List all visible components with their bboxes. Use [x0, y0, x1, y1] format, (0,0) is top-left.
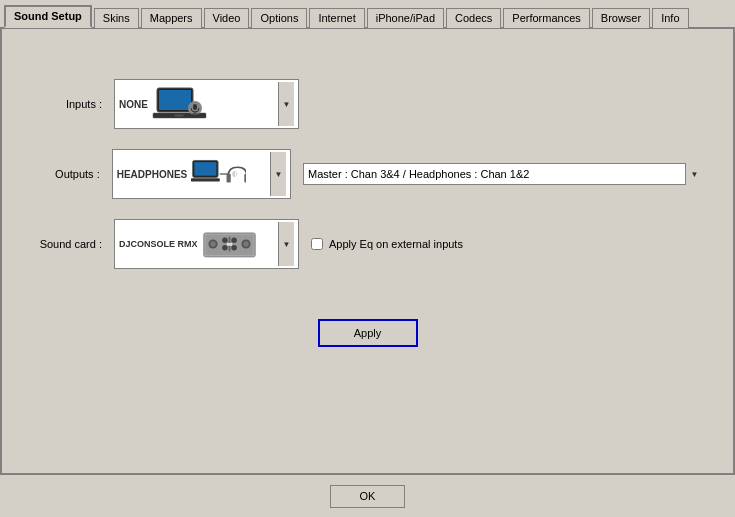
svg-rect-1: [159, 90, 191, 110]
soundcard-value: DJCONSOLE RMX: [119, 239, 198, 250]
channel-select[interactable]: Master : Chan 3&4 / Headphones : Chan 1&…: [303, 163, 703, 185]
svg-point-24: [243, 241, 249, 247]
soundcard-label: Sound card :: [32, 238, 102, 250]
svg-rect-26: [226, 243, 232, 246]
outputs-dropdown-inner: HEADPHONES: [117, 154, 270, 194]
outputs-value: HEADPHONES: [117, 169, 188, 180]
svg-rect-13: [245, 174, 247, 182]
ok-button[interactable]: OK: [330, 485, 405, 508]
svg-rect-5: [193, 104, 197, 110]
laptop-icon: [152, 84, 207, 124]
bottom-bar: OK: [0, 475, 735, 517]
djconsole-icon: [202, 224, 257, 264]
tab-browser[interactable]: Browser: [592, 8, 650, 28]
apply-button-row: Apply: [32, 319, 703, 347]
tab-codecs[interactable]: Codecs: [446, 8, 501, 28]
channel-select-wrapper: Master : Chan 3&4 / Headphones : Chan 1&…: [303, 163, 703, 185]
eq-checkbox[interactable]: [311, 238, 323, 250]
apply-button[interactable]: Apply: [318, 319, 418, 347]
svg-rect-10: [191, 178, 220, 181]
soundcard-row: Sound card : DJCONSOLE RMX: [32, 219, 703, 269]
headphones-laptop-icon: [191, 154, 246, 194]
svg-point-22: [231, 245, 237, 251]
soundcard-dropdown-arrow[interactable]: [278, 222, 294, 266]
soundcard-dropdown[interactable]: DJCONSOLE RMX: [114, 219, 299, 269]
outputs-dropdown[interactable]: HEADPHONES: [112, 149, 291, 199]
outputs-dropdown-arrow[interactable]: [270, 152, 286, 196]
svg-rect-12: [227, 174, 231, 182]
inputs-dropdown-arrow[interactable]: [278, 82, 294, 126]
inputs-label: Inputs :: [32, 98, 102, 110]
svg-rect-9: [195, 162, 217, 176]
tab-info[interactable]: Info: [652, 8, 688, 28]
tab-options[interactable]: Options: [251, 8, 307, 28]
tab-sound-setup[interactable]: Sound Setup: [4, 5, 92, 28]
tab-performances[interactable]: Performances: [503, 8, 589, 28]
inputs-dropdown-inner: NONE: [119, 84, 278, 124]
svg-point-21: [222, 245, 228, 251]
svg-point-20: [231, 238, 237, 244]
tab-mappers[interactable]: Mappers: [141, 8, 202, 28]
tab-skins[interactable]: Skins: [94, 8, 139, 28]
tab-bar: Sound Setup Skins Mappers Video Options …: [0, 0, 735, 29]
svg-point-3: [174, 115, 184, 117]
outputs-row: Outputs : HEADPHONES: [32, 149, 703, 199]
tab-video[interactable]: Video: [204, 8, 250, 28]
inputs-value: NONE: [119, 99, 148, 110]
tab-internet[interactable]: Internet: [309, 8, 364, 28]
form-area: Inputs : NONE: [32, 79, 703, 269]
eq-checkbox-row: Apply Eq on external inputs: [311, 238, 463, 250]
inputs-row: Inputs : NONE: [32, 79, 703, 129]
inputs-dropdown[interactable]: NONE: [114, 79, 299, 129]
content-panel: Inputs : NONE: [0, 29, 735, 475]
soundcard-dropdown-inner: DJCONSOLE RMX: [119, 224, 278, 264]
svg-point-18: [210, 241, 216, 247]
eq-checkbox-label: Apply Eq on external inputs: [329, 238, 463, 250]
outputs-label: Outputs :: [32, 168, 100, 180]
tab-iphone-ipad[interactable]: iPhone/iPad: [367, 8, 444, 28]
svg-marker-14: [233, 171, 236, 178]
svg-point-19: [222, 238, 228, 244]
